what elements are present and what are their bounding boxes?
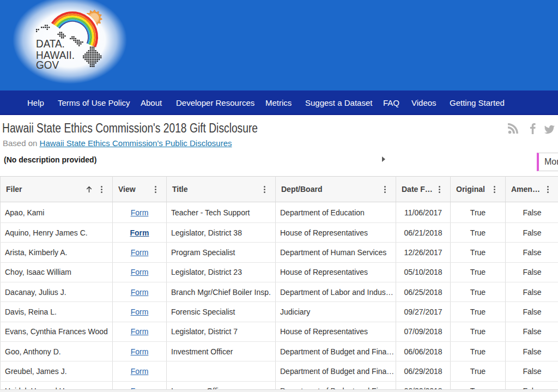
svg-text:DATA.: DATA.: [36, 37, 65, 50]
svg-text:GOV: GOV: [36, 58, 59, 71]
